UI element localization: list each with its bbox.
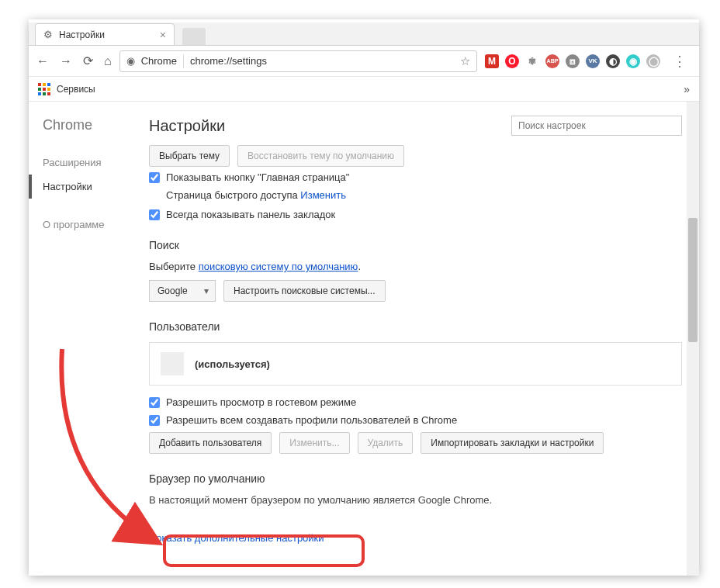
bookmark-star-icon[interactable]: ☆: [460, 54, 470, 68]
bookmarks-bar: Сервисы »: [29, 77, 699, 102]
extension-icon-2[interactable]: ◐: [606, 54, 620, 68]
guest-mode-label: Разрешить просмотр в гостевом режиме: [166, 396, 356, 408]
tab-title: Настройки: [59, 29, 105, 40]
default-browser-status: В настоящий момент браузером по умолчани…: [149, 494, 682, 506]
section-default-browser: Браузер по умолчанию В настоящий момент …: [149, 472, 682, 506]
delete-user-button: Удалить: [358, 432, 414, 454]
toolbar: ← → ⟳ ⌂ ◉ Chrome chrome://settings ☆ M O…: [29, 46, 699, 77]
add-user-button[interactable]: Добавить пользователя: [149, 432, 272, 454]
opera-icon[interactable]: O: [505, 54, 519, 68]
sidebar: Chrome Расширения Настройки О программе: [29, 102, 149, 576]
bookmark-item-services[interactable]: Сервисы: [38, 83, 95, 95]
abp-icon[interactable]: ABP: [545, 54, 559, 68]
allow-create-profiles-label: Разрешить всем создавать профили пользов…: [166, 414, 457, 426]
guest-mode-checkbox[interactable]: [149, 397, 160, 408]
change-home-link[interactable]: Изменить: [300, 189, 346, 201]
gmail-icon[interactable]: M: [485, 54, 499, 68]
page-title: Настройки: [149, 117, 225, 135]
show-bookmarks-label: Всегда показывать панель закладок: [166, 209, 335, 220]
search-desc-prefix: Выберите: [149, 261, 199, 272]
reset-theme-button: Восстановить тему по умолчанию: [237, 145, 404, 167]
tab-close-icon[interactable]: ×: [160, 29, 166, 41]
default-browser-title: Браузер по умолчанию: [149, 472, 682, 485]
gear-icon: ⚙: [43, 29, 53, 40]
omnibox-label: Chrome: [141, 55, 177, 67]
scrollbar[interactable]: [687, 102, 699, 576]
extension-icon-3[interactable]: ◉: [626, 54, 640, 68]
extension-icons: M O ✾ ABP ⧈ VK ◐ ◉ ◯: [485, 54, 660, 68]
show-home-label: Показывать кнопку "Главная страница": [166, 171, 349, 183]
content-area: Chrome Расширения Настройки О программе …: [29, 102, 699, 576]
tab-settings[interactable]: ⚙ Настройки ×: [35, 23, 175, 45]
show-home-checkbox[interactable]: [149, 172, 160, 183]
show-advanced-link[interactable]: Показать дополнительные настройки: [149, 524, 324, 552]
avatar: [161, 352, 184, 375]
apps-icon: [38, 83, 50, 95]
omnibox-url: chrome://settings: [190, 55, 267, 67]
users-section-title: Пользователи: [149, 320, 682, 333]
settings-main: Настройки Выбрать тему Восстановить тему…: [149, 102, 699, 576]
section-appearance: Выбрать тему Восстановить тему по умолча…: [149, 145, 682, 220]
back-button[interactable]: ←: [36, 54, 49, 68]
section-search: Поиск Выберите поисковую систему по умол…: [149, 239, 682, 302]
current-user-label: (используется): [195, 358, 270, 370]
search-engine-select[interactable]: Google: [149, 280, 216, 302]
tabstrip: ⚙ Настройки ×: [29, 22, 699, 46]
search-desc-suffix: .: [358, 261, 361, 272]
menu-button[interactable]: ⋮: [668, 53, 691, 70]
address-bar[interactable]: ◉ Chrome chrome://settings ☆: [119, 50, 477, 72]
choose-theme-button[interactable]: Выбрать тему: [149, 145, 230, 167]
reload-button[interactable]: ⟳: [83, 54, 93, 68]
current-user-row[interactable]: (используется): [149, 342, 682, 386]
scroll-thumb[interactable]: [688, 218, 698, 342]
vk-icon[interactable]: VK: [586, 54, 600, 68]
sidebar-item-about[interactable]: О программе: [43, 213, 149, 237]
default-search-link[interactable]: поисковую систему по умолчанию: [199, 261, 358, 272]
sidebar-item-settings[interactable]: Настройки: [29, 175, 149, 199]
sidebar-title: Chrome: [43, 117, 149, 133]
edit-user-button: Изменить...: [279, 432, 349, 454]
allow-create-profiles-checkbox[interactable]: [149, 415, 160, 426]
extension-icon-4[interactable]: ◯: [646, 54, 660, 68]
home-button[interactable]: ⌂: [104, 54, 112, 68]
paw-icon[interactable]: ✾: [525, 54, 539, 68]
search-settings-input[interactable]: [511, 116, 682, 136]
site-info-icon[interactable]: ◉: [126, 55, 135, 67]
show-bookmarks-checkbox[interactable]: [149, 209, 160, 220]
search-section-title: Поиск: [149, 239, 682, 251]
import-bookmarks-button[interactable]: Импортировать закладки и настройки: [421, 432, 604, 454]
divider: [183, 54, 184, 68]
manage-search-button[interactable]: Настроить поисковые системы...: [223, 280, 386, 302]
bookmark-overflow[interactable]: »: [684, 83, 690, 95]
bookmark-label: Сервисы: [57, 84, 95, 95]
sidebar-item-extensions[interactable]: Расширения: [43, 150, 149, 175]
section-users: Пользователи (используется) Разрешить пр…: [149, 320, 682, 454]
browser-window: — ☐ ✕ ⚙ Настройки × ← → ⟳ ⌂ ◉ Chrome chr…: [29, 19, 699, 576]
home-subtext: Страница быстрого доступа: [166, 189, 300, 201]
extension-icon-1[interactable]: ⧈: [566, 54, 580, 68]
new-tab-button[interactable]: [182, 28, 206, 45]
forward-button[interactable]: →: [60, 54, 72, 68]
nav-controls: ← → ⟳ ⌂: [36, 54, 112, 68]
